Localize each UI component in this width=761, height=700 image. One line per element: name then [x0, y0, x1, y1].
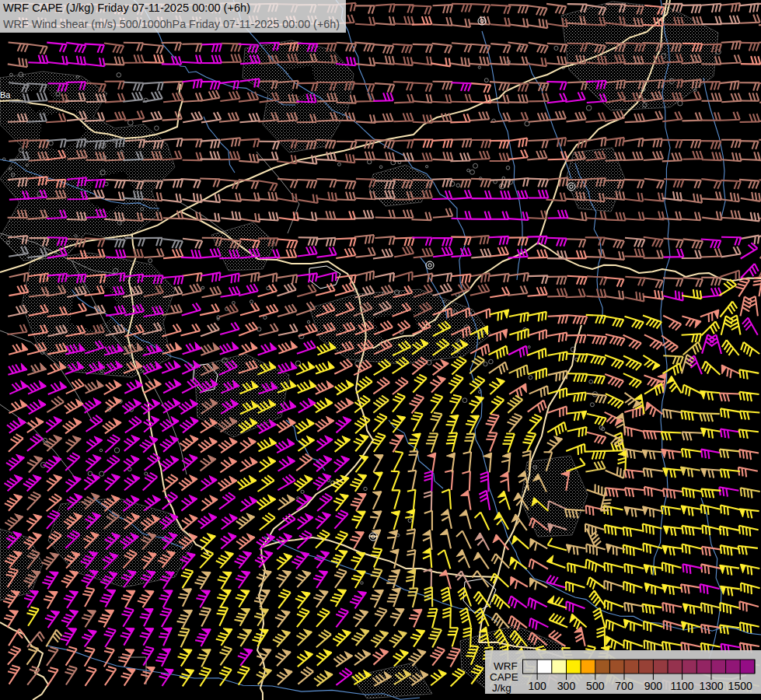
svg-text:500: 500 — [586, 680, 605, 692]
svg-text:CAPE: CAPE — [490, 671, 518, 683]
svg-text:100: 100 — [528, 680, 546, 692]
svg-text:300: 300 — [557, 680, 576, 692]
svg-text:1500: 1500 — [728, 680, 752, 692]
svg-text:700: 700 — [615, 680, 634, 692]
svg-text:900: 900 — [644, 680, 663, 692]
svg-text:1300: 1300 — [699, 680, 723, 692]
svg-text:1100: 1100 — [671, 680, 694, 692]
svg-text:WRF CAPE (J/kg) Friday 07-11-2: WRF CAPE (J/kg) Friday 07-11-2025 00:00 … — [3, 2, 250, 14]
svg-text:WRF Wind shear (m/s) 500/1000h: WRF Wind shear (m/s) 500/1000hPa Friday … — [3, 18, 340, 30]
svg-text:Ba: Ba — [0, 90, 11, 100]
svg-text:J/kg: J/kg — [492, 682, 511, 694]
svg-text:WRF: WRF — [494, 660, 518, 672]
